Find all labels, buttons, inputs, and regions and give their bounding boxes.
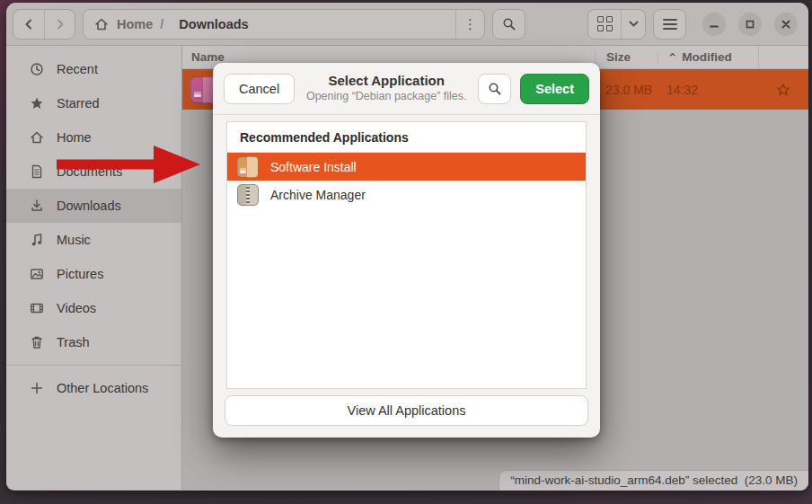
sidebar-item-recent[interactable]: Recent xyxy=(6,52,181,86)
music-note-icon xyxy=(29,233,44,248)
maximize-icon xyxy=(745,19,755,30)
sidebar-item-label: Music xyxy=(57,233,91,247)
sidebar: Recent Starred Home Documents Downloads … xyxy=(6,46,182,490)
maximize-button[interactable] xyxy=(738,13,762,36)
sidebar-item-label: Videos xyxy=(57,301,96,315)
close-icon xyxy=(781,19,791,30)
back-button[interactable] xyxy=(13,10,44,39)
picture-icon xyxy=(29,267,44,282)
chevron-down-icon xyxy=(628,18,640,30)
red-annotation-arrow xyxy=(49,140,207,189)
grid-view-button[interactable] xyxy=(588,10,621,39)
path-menu-button[interactable]: ⋮ xyxy=(455,10,484,39)
search-icon xyxy=(488,82,502,96)
sidebar-item-starred[interactable]: Starred xyxy=(6,86,181,120)
dialog-subtitle: Opening “Debian package” files. xyxy=(304,90,469,104)
film-icon xyxy=(29,301,44,316)
dialog-header: Cancel Select Application Opening “Debia… xyxy=(213,63,600,115)
sidebar-item-label: Other Locations xyxy=(57,381,148,395)
column-header-name[interactable]: Name xyxy=(182,50,595,64)
star-file-button[interactable] xyxy=(758,83,808,97)
headerbar: Home / Downloads ⋮ xyxy=(6,3,808,46)
plus-icon xyxy=(29,381,44,396)
trash-icon xyxy=(29,335,44,350)
file-size-cell: 23.0 MB xyxy=(595,83,658,97)
download-icon xyxy=(29,199,44,214)
chevron-right-icon xyxy=(54,18,66,31)
app-name: Archive Manager xyxy=(270,188,366,202)
hamburger-icon xyxy=(663,19,677,30)
minimize-button[interactable] xyxy=(702,13,726,36)
history-nav-group xyxy=(13,9,75,40)
search-button[interactable] xyxy=(492,9,525,40)
sidebar-item-downloads[interactable]: Downloads xyxy=(6,189,181,223)
select-application-dialog: Cancel Select Application Opening “Debia… xyxy=(213,63,600,438)
sidebar-item-videos[interactable]: Videos xyxy=(6,291,181,325)
sidebar-item-label: Trash xyxy=(57,335,90,349)
file-modified-cell: 14:32 xyxy=(658,83,758,97)
status-bar: “mind-work-ai-studio_arm64.deb” selected… xyxy=(499,470,808,491)
view-all-applications-button[interactable]: View All Applications xyxy=(225,395,588,426)
breadcrumb[interactable]: Home / Downloads ⋮ xyxy=(83,9,485,40)
sidebar-item-other-locations[interactable]: Other Locations xyxy=(6,371,181,405)
sidebar-item-trash[interactable]: Trash xyxy=(6,325,181,359)
sidebar-item-label: Pictures xyxy=(57,267,103,281)
sidebar-item-music[interactable]: Music xyxy=(6,223,181,257)
app-row-software-install[interactable]: Software Install xyxy=(227,153,586,181)
cancel-button[interactable]: Cancel xyxy=(224,74,295,104)
column-header-star xyxy=(758,46,808,68)
column-header-size[interactable]: Size xyxy=(595,50,658,64)
dialog-titles: Select Application Opening “Debian packa… xyxy=(304,73,469,103)
breadcrumb-current[interactable]: Downloads xyxy=(179,17,248,31)
grid-view-icon xyxy=(597,16,613,31)
document-icon xyxy=(29,164,44,180)
forward-button[interactable] xyxy=(44,10,75,39)
chevron-left-icon xyxy=(22,18,35,31)
home-icon xyxy=(29,130,44,146)
applications-list: Recommended Applications Software Instal… xyxy=(226,121,587,389)
app-name: Software Install xyxy=(270,160,357,174)
sidebar-item-label: Recent xyxy=(57,62,98,76)
main-menu-button[interactable] xyxy=(653,9,686,40)
home-icon xyxy=(94,17,109,31)
minimize-icon xyxy=(709,19,719,30)
archive-manager-icon xyxy=(237,184,259,206)
star-outline-icon xyxy=(776,83,790,97)
column-header-modified-label: Modified xyxy=(682,50,732,64)
sidebar-item-pictures[interactable]: Pictures xyxy=(6,257,181,291)
kebab-icon: ⋮ xyxy=(463,16,477,32)
dialog-search-button[interactable] xyxy=(478,74,511,104)
software-install-icon xyxy=(237,156,259,178)
breadcrumb-home[interactable]: Home xyxy=(117,17,153,31)
sidebar-item-label: Downloads xyxy=(57,199,121,213)
app-row-archive-manager[interactable]: Archive Manager xyxy=(227,181,586,208)
sidebar-item-label: Starred xyxy=(57,96,100,111)
window-controls xyxy=(702,13,798,36)
view-options-split-button xyxy=(587,9,646,40)
dialog-title: Select Application xyxy=(304,73,469,90)
select-button[interactable]: Select xyxy=(520,74,589,104)
close-button[interactable] xyxy=(774,13,798,36)
clock-icon xyxy=(29,62,44,77)
breadcrumb-separator: / xyxy=(160,17,163,31)
recommended-applications-header: Recommended Applications xyxy=(227,122,586,153)
sidebar-separator xyxy=(6,365,181,366)
view-options-dropdown[interactable] xyxy=(621,10,645,39)
column-header-modified[interactable]: ⌃ Modified xyxy=(658,50,758,65)
sort-ascending-icon: ⌃ xyxy=(667,50,677,65)
search-icon xyxy=(502,17,516,31)
star-icon xyxy=(29,96,44,111)
